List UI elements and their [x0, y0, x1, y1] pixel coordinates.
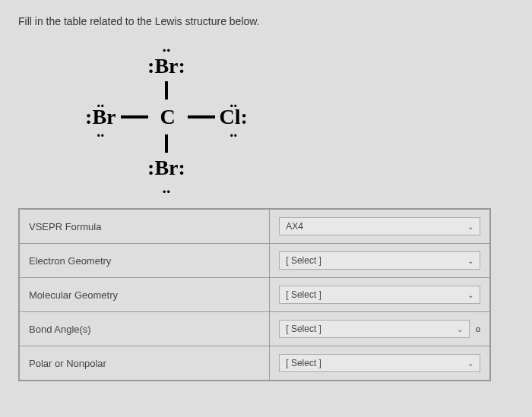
select-electron-geometry[interactable]: [ Select ] ⌄: [279, 251, 480, 270]
atom-center: C: [153, 105, 183, 129]
degree-annotation: o: [476, 324, 480, 333]
row-label-molecular-geom: Molecular Geometry: [20, 278, 270, 312]
atom-bottom: :Br:: [147, 156, 185, 180]
bond-vertical-top: [165, 81, 168, 100]
instruction-text: Fill in the table related to the Lewis s…: [18, 15, 514, 27]
row-label-electron-geom: Electron Geometry: [20, 244, 270, 278]
chevron-down-icon: ⌄: [457, 325, 463, 333]
select-polarity[interactable]: [ Select ] ⌄: [279, 354, 480, 372]
properties-table: VSEPR Formula AX4 ⌄ Electron Geometry: [18, 208, 491, 381]
select-molecular-geometry[interactable]: [ Select ] ⌄: [279, 286, 480, 304]
table-row: Polar or Nonpolar [ Select ] ⌄: [20, 346, 490, 381]
chevron-down-icon: ⌄: [467, 291, 473, 299]
bond-horizontal-left: [121, 115, 148, 118]
lone-pair-right-bottom: ..: [230, 128, 237, 135]
lone-pair-bottom: ..: [163, 184, 171, 191]
table-row: Bond Angle(s) [ Select ] ⌄ o: [20, 312, 490, 346]
table-row: Molecular Geometry [ Select ] ⌄: [20, 278, 490, 312]
row-label-vsepr: VSEPR Formula: [20, 210, 270, 244]
select-value: [ Select ]: [286, 324, 321, 334]
select-bond-angles[interactable]: [ Select ] ⌄: [279, 320, 470, 338]
lone-pair-left-bottom: ..: [97, 128, 104, 135]
row-label-polarity: Polar or Nonpolar: [20, 346, 270, 381]
select-value: [ Select ]: [286, 255, 321, 266]
table-row: VSEPR Formula AX4 ⌄: [20, 210, 490, 244]
select-value: [ Select ]: [286, 358, 321, 368]
bond-horizontal-right: [188, 115, 215, 118]
lewis-structure: .. :Br: .. :Br .. C .. Cl: .. :Br: ..: [64, 41, 269, 193]
atom-top: :Br:: [147, 54, 185, 78]
lone-pair-top: ..: [163, 43, 171, 50]
bond-vertical-bottom: [165, 134, 168, 153]
row-label-bond-angles: Bond Angle(s): [20, 312, 270, 346]
chevron-down-icon: ⌄: [467, 257, 473, 265]
chevron-down-icon: ⌄: [467, 359, 473, 368]
select-value: AX4: [286, 221, 303, 232]
select-value: [ Select ]: [286, 289, 321, 300]
chevron-down-icon: ⌄: [467, 223, 473, 231]
table-row: Electron Geometry [ Select ] ⌄: [20, 244, 490, 278]
select-vsepr[interactable]: AX4 ⌄: [279, 217, 480, 235]
